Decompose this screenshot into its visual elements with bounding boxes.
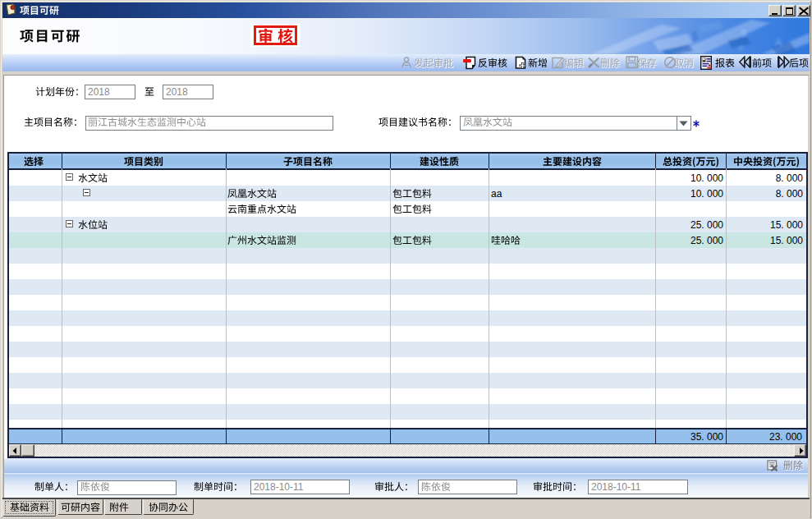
svg-text:A: A [775, 36, 782, 48]
svg-text:B: B [741, 29, 747, 38]
svg-text:o: o [739, 44, 743, 52]
svg-text:$: $ [691, 29, 699, 43]
